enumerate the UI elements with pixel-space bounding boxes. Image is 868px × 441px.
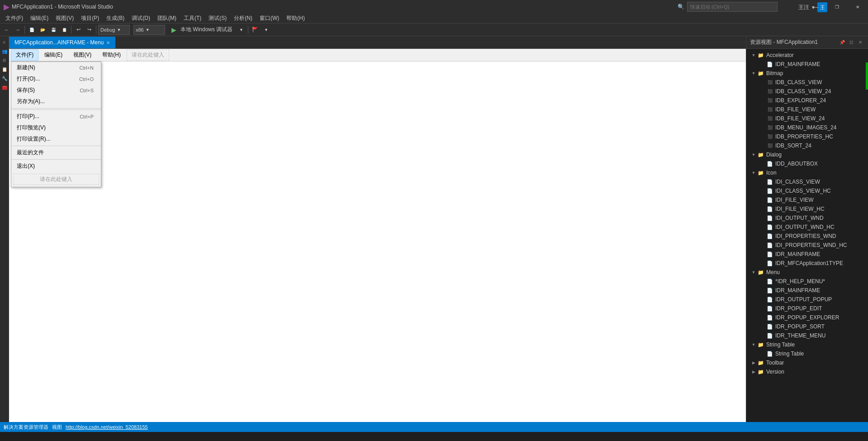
dropdown-item-print-preview[interactable]: 打印预览(V) [11, 122, 101, 133]
editor-menu-view[interactable]: 视图(V) [68, 49, 96, 61]
tree-item-idr-popup-sort[interactable]: 📄 IDR_POPUP_SORT [746, 322, 868, 331]
editor-tab-menu[interactable]: MFCApplication...AINFRAME - Menu ✕ [9, 37, 115, 48]
file-dropdown-menu: 新建(N) Ctrl+N 打开(O)... Ctrl+O 保存(S) Ctrl+… [11, 62, 101, 187]
tree-item-idi-output-wnd[interactable]: 📄 IDI_OUTPUT_WND [746, 213, 868, 223]
tree-item-version-folder[interactable]: ▶ 📁 Version [746, 367, 868, 376]
dropdown-item-new[interactable]: 新建(N) Ctrl+N [11, 62, 101, 73]
minimize-button[interactable]: — [806, 0, 826, 14]
tree-item-bitmap-folder[interactable]: ▼ 📁 Bitmap [746, 69, 868, 78]
tree-item-idi-output-wnd-hc[interactable]: 📄 IDI_OUTPUT_WND_HC [746, 223, 868, 232]
dropdown-item-print-setup[interactable]: 打印设置(R)... [11, 133, 101, 145]
expand-icon: ▼ [750, 53, 757, 57]
folder-icon: 📁 [757, 52, 764, 59]
tree-item-idb-properties-hc[interactable]: ⬛ IDB_PROPERTIES_HC [746, 132, 868, 141]
forward-button[interactable]: → [13, 25, 23, 35]
tree-item-idr-theme-menu[interactable]: 📄 IDR_THEME_MENU [746, 331, 868, 340]
menu-item-project[interactable]: 项目(P) [77, 14, 103, 24]
dropdown-item-print[interactable]: 打印(P)... Ctrl+P [11, 111, 101, 122]
tree-item-idb-class-view-24[interactable]: ⬛ IDB_CLASS_VIEW_24 [746, 87, 868, 96]
menu-item-build[interactable]: 生成(B) [103, 14, 128, 24]
save-all-button[interactable]: 📋 [59, 25, 69, 35]
menu-item-view[interactable]: 视图(V) [52, 14, 77, 24]
sidebar-solution-explorer-icon[interactable]: ≡ [0, 38, 9, 46]
tree-item-toolbar-folder[interactable]: ▶ 📁 Toolbar [746, 358, 868, 367]
right-panel-title: 资源视图 - MFCApplication1 [750, 38, 818, 46]
editor-menu-file[interactable]: 文件(F) [11, 49, 38, 61]
menu-item-edit[interactable]: 编辑(E) [27, 14, 52, 24]
tree-item-idr-output-popup[interactable]: 📄 IDR_OUTPUT_POPUP [746, 295, 868, 304]
tree-item-idr-mainframe-icon[interactable]: 📄 IDR_MAINFRAME [746, 250, 868, 259]
tree-item-idb-file-view-24[interactable]: ⬛ IDB_FILE_VIEW_24 [746, 114, 868, 123]
new-project-button[interactable]: 📄 [27, 25, 37, 35]
panel-close-button[interactable]: ✕ [856, 38, 864, 47]
tree-item-idi-properties-wnd-hc[interactable]: 📄 IDI_PROPERTIES_WND_HC [746, 241, 868, 250]
folder-icon: 📁 [757, 368, 764, 375]
menu-item-analyze[interactable]: 分析(N) [230, 14, 256, 24]
editor-menu-placeholder[interactable]: 请在此处键入 [127, 49, 169, 61]
editor-menu-edit[interactable]: 编辑(E) [39, 49, 67, 61]
sidebar-properties-icon[interactable]: 🔧 [0, 74, 9, 82]
platform-dropdown[interactable]: x86 ▼ [133, 25, 165, 35]
back-button[interactable]: ← [2, 25, 12, 35]
tree-item-idr-mfcapp1-type[interactable]: 📄 IDR_MFCApplication1TYPE [746, 259, 868, 268]
dropdown-new-item-placeholder[interactable]: 请在此处键入 [13, 174, 99, 185]
redo-button[interactable]: ↪ [84, 25, 94, 35]
dropdown-item-exit[interactable]: 退出(X) [11, 161, 101, 172]
menu-item-team[interactable]: 团队(M) [154, 14, 180, 24]
dropdown-sep-3 [11, 159, 101, 160]
tree-item-icon-folder[interactable]: ▼ 📁 Icon [746, 168, 868, 177]
tree-item-dialog-folder[interactable]: ▼ 📁 Dialog [746, 150, 868, 159]
dropdown-item-open[interactable]: 打开(O)... Ctrl+O [11, 73, 101, 85]
tree-item-idi-file-view-hc[interactable]: 📄 IDI_FILE_VIEW_HC [746, 204, 868, 213]
dropdown-item-recent[interactable]: 最近的文件 [11, 147, 101, 158]
sidebar-toolbox-icon[interactable]: 🧰 [0, 83, 9, 91]
tree-item-idb-file-view[interactable]: ⬛ IDB_FILE_VIEW [746, 105, 868, 114]
sidebar-resource-icon[interactable]: 📋 [0, 65, 9, 73]
menu-item-test[interactable]: 测试(S) [205, 14, 230, 24]
panel-undock-button[interactable]: ⊡ [847, 38, 855, 47]
menu-item-window[interactable]: 窗口(W) [256, 14, 283, 24]
tree-item-idr-popup-edit[interactable]: 📄 IDR_POPUP_EDIT [746, 304, 868, 313]
quick-launch-input[interactable] [687, 2, 778, 12]
menu-item-file[interactable]: 文件(F) [2, 14, 27, 24]
tree-item-idb-sort-24[interactable]: ⬛ IDB_SORT_24 [746, 141, 868, 150]
tree-item-menu-folder[interactable]: ▼ 📁 Menu [746, 268, 868, 277]
menu-item-tools[interactable]: 工具(T) [180, 14, 205, 24]
restore-button[interactable]: ❐ [826, 0, 847, 14]
dropdown-item-saveas[interactable]: 另存为(A)... [11, 96, 101, 109]
panel-pin-button[interactable]: 📌 [838, 38, 846, 47]
tree-item-idr-mainframe-acc[interactable]: 📄 IDR_MAINFRAME [746, 60, 868, 69]
tree-item-idr-mainframe-menu[interactable]: 📄 IDR_MAINFRAME [746, 286, 868, 295]
tree-item-idr-help-menu[interactable]: 📄 *IDR_HELP_MENU* [746, 277, 868, 286]
tree-item-idb-explorer-24[interactable]: ⬛ IDB_EXPLORER_24 [746, 96, 868, 105]
tab-close-button[interactable]: ✕ [106, 40, 110, 45]
tree-item-string-table-folder[interactable]: ▼ 📁 String Table [746, 340, 868, 349]
tree-item-string-table[interactable]: 📄 String Table [746, 349, 868, 358]
attach-dropdown-button[interactable]: ▼ [236, 25, 246, 35]
tree-item-idi-class-view-hc[interactable]: 📄 IDI_CLASS_VIEW_HC [746, 186, 868, 195]
tree-item-idr-popup-explorer[interactable]: 📄 IDR_POPUP_EXPLORER [746, 313, 868, 322]
menu-item-debug[interactable]: 调试(D) [128, 14, 154, 24]
tree-item-idi-properties-wnd[interactable]: 📄 IDI_PROPERTIES_WND [746, 232, 868, 241]
run-button[interactable]: ▶ [169, 25, 179, 35]
tree-item-idd-aboutbox[interactable]: 📄 IDD_ABOUTBOX [746, 159, 868, 168]
bookmark-button[interactable]: 🚩 [250, 25, 260, 35]
menu-item-help[interactable]: 帮助(H) [283, 14, 308, 24]
open-button[interactable]: 📂 [38, 25, 47, 35]
tree-item-idi-file-view[interactable]: 📄 IDI_FILE_VIEW [746, 195, 868, 204]
tree-item-accelerator-folder[interactable]: ▼ 📁 Accelerator [746, 51, 868, 60]
file-icon: 📄 [766, 332, 773, 339]
debug-config-dropdown[interactable]: Debug ▼ [98, 25, 130, 35]
editor-menu-help[interactable]: 帮助(H) [97, 49, 126, 61]
dropdown-item-save[interactable]: 保存(S) Ctrl+S [11, 85, 101, 96]
bookmark-dropdown-button[interactable]: ▼ [261, 25, 271, 35]
sidebar-team-explorer-icon[interactable]: 👥 [0, 47, 9, 55]
tree-item-idb-class-view[interactable]: ⬛ IDB_CLASS_VIEW [746, 78, 868, 87]
tree-item-idb-menu-images-24[interactable]: ⬛ IDB_MENU_IMAGES_24 [746, 123, 868, 132]
sidebar-server-explorer-icon[interactable]: ⚙ [0, 56, 9, 64]
tree-item-idi-class-view[interactable]: 📄 IDI_CLASS_VIEW [746, 177, 868, 186]
status-url-link[interactable]: http://blog.csdn.net/weixin_52083155 [66, 424, 148, 430]
save-button[interactable]: 💾 [48, 25, 58, 35]
undo-button[interactable]: ↩ [73, 25, 83, 35]
close-button[interactable]: ✕ [847, 0, 868, 14]
